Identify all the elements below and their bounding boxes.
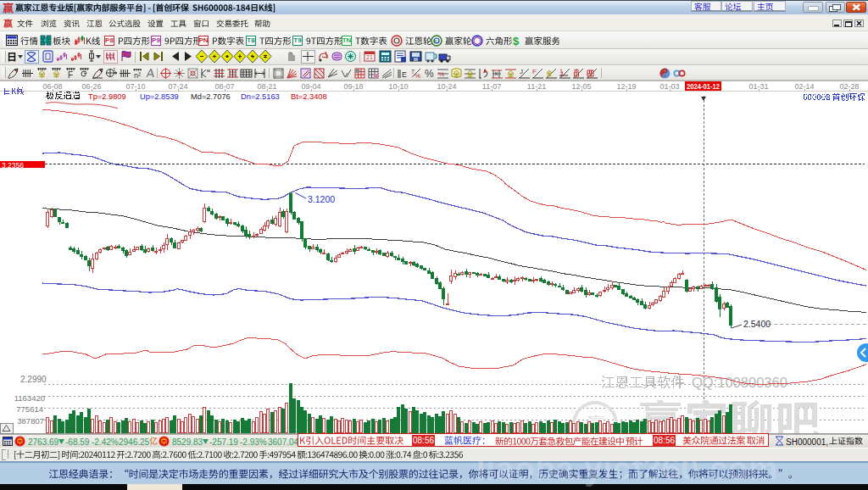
svg-text:387807: 387807 [17,416,44,426]
svg-text:7: 7 [411,69,415,75]
svg-text:Md=2.7076: Md=2.7076 [191,92,231,101]
svg-text:Up=2.8539: Up=2.8539 [140,92,179,101]
svg-text:B: B [433,39,437,44]
svg-text:J: J [520,68,523,75]
svg-text:%: % [425,68,434,80]
svg-text:F: F [532,68,537,75]
svg-text:21: 21 [366,54,373,60]
svg-text:F: F [68,70,73,80]
svg-text:775614: 775614 [16,404,43,414]
svg-text:Tp=2.9809: Tp=2.9809 [88,92,126,101]
svg-text:%: % [438,70,444,78]
svg-text:Bt=2.3408: Bt=2.3408 [291,92,327,101]
svg-text:2024-01-12: 2024-01-12 [687,82,720,91]
svg-text:3: 3 [113,67,115,72]
svg-text:3.2356: 3.2356 [2,161,24,170]
svg-text:Dn=2.5163: Dn=2.5163 [241,92,280,101]
svg-text:%: % [415,72,420,80]
svg-text:2.2990: 2.2990 [20,375,47,384]
svg-text:n²: n² [134,71,141,80]
svg-text:3.1200: 3.1200 [308,194,335,204]
svg-text:E: E [402,70,407,79]
svg-text:2.5400: 2.5400 [743,319,771,329]
svg-text:1163420: 1163420 [14,393,45,403]
